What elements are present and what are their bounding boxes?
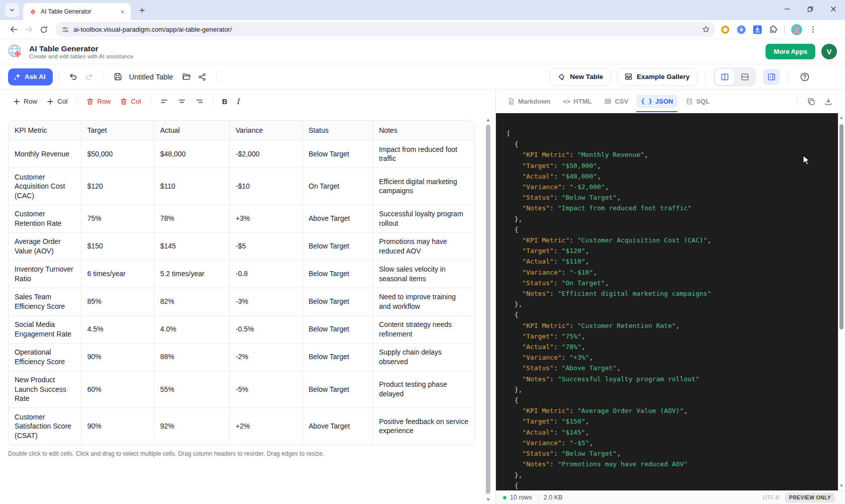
scrollbar-thumb[interactable]: [486, 125, 490, 494]
scroll-down-icon[interactable]: [486, 497, 490, 502]
tab-csv[interactable]: CSV: [600, 95, 633, 108]
column-header[interactable]: Actual: [154, 121, 229, 140]
table-cell[interactable]: 5.2 times/year: [154, 260, 229, 288]
browser-menu-kebab-icon[interactable]: [809, 25, 817, 34]
add-column-button[interactable]: Col: [42, 95, 72, 109]
table-cell[interactable]: 92%: [154, 408, 229, 445]
table-cell[interactable]: 88%: [154, 343, 229, 371]
url-text[interactable]: ai-toolbox.visual-paradigm.com/app/ai-ta…: [73, 26, 698, 33]
tab-markdown[interactable]: Markdown: [503, 95, 555, 108]
table-cell[interactable]: -0.5%: [229, 315, 302, 343]
bold-button[interactable]: B: [218, 95, 232, 109]
table-cell[interactable]: 4.5%: [81, 315, 154, 343]
close-window-button[interactable]: [822, 0, 845, 18]
table-cell[interactable]: Average Order Value (AOV): [9, 232, 81, 260]
table-cell[interactable]: -2%: [229, 343, 302, 371]
table-cell[interactable]: Successful loyalty program rollout: [373, 205, 475, 232]
table-cell[interactable]: 60%: [81, 371, 154, 408]
table-cell[interactable]: +3%: [229, 205, 302, 232]
split-vertical-button[interactable]: [715, 69, 734, 85]
table-cell[interactable]: 75%: [81, 205, 154, 232]
table-cell[interactable]: Monthly Revenue: [9, 140, 81, 168]
table-cell[interactable]: Above Target: [302, 408, 373, 445]
align-center-button[interactable]: [173, 94, 191, 109]
scroll-down-icon[interactable]: [839, 484, 843, 488]
table-cell[interactable]: 90%: [81, 343, 154, 371]
tab-close-button[interactable]: [118, 7, 127, 16]
table-cell[interactable]: Below Target: [302, 371, 373, 408]
table-cell[interactable]: Below Target: [302, 288, 373, 315]
open-folder-button[interactable]: [178, 69, 194, 85]
table-cell[interactable]: Below Target: [302, 343, 373, 371]
column-header[interactable]: Variance: [229, 121, 302, 140]
extension-arrow-icon[interactable]: [736, 25, 746, 35]
redo-button[interactable]: [81, 69, 98, 85]
table-cell[interactable]: +2%: [229, 408, 302, 445]
table-cell[interactable]: -$10: [229, 168, 302, 205]
minimize-button[interactable]: [776, 0, 799, 18]
ask-ai-button[interactable]: Ask AI: [8, 68, 53, 86]
table-cell[interactable]: Promotions may have reduced AOV: [373, 232, 475, 260]
table-cell[interactable]: Efficient digital marketing campaigns: [373, 168, 475, 205]
share-button[interactable]: [194, 69, 210, 85]
table-cell[interactable]: Customer Acquisition Cost (CAC): [9, 168, 81, 205]
table-cell[interactable]: $48,000: [154, 140, 229, 168]
table-cell[interactable]: $145: [154, 232, 229, 260]
table-cell[interactable]: 82%: [154, 288, 229, 315]
align-right-button[interactable]: [191, 94, 208, 109]
table-scrollbar[interactable]: [485, 118, 491, 502]
column-header[interactable]: KPI Metric: [9, 121, 81, 140]
table-cell[interactable]: -$5: [229, 232, 302, 260]
help-button[interactable]: [797, 69, 813, 85]
table-cell[interactable]: $150: [81, 232, 154, 260]
example-gallery-button[interactable]: Example Gallery: [617, 68, 697, 86]
table-cell[interactable]: -5%: [229, 371, 302, 408]
table-cell[interactable]: $110: [154, 168, 229, 205]
table-cell[interactable]: Customer Satisfaction Score (CSAT): [9, 408, 81, 445]
back-button[interactable]: [6, 22, 21, 37]
table-cell[interactable]: Supply chain delays observed: [373, 343, 475, 371]
table-cell[interactable]: -3%: [229, 288, 302, 315]
table-cell[interactable]: Below Target: [302, 260, 373, 288]
table-cell[interactable]: Below Target: [302, 140, 373, 168]
table-cell[interactable]: Slow sales velocity in seasonal items: [373, 260, 475, 288]
download-extension-icon[interactable]: [752, 25, 763, 35]
site-info-icon[interactable]: [61, 26, 69, 34]
table-cell[interactable]: 85%: [81, 288, 154, 315]
code-scrollbar[interactable]: [838, 113, 845, 490]
table-cell[interactable]: 6 times/year: [81, 260, 154, 288]
split-horizontal-button[interactable]: [735, 69, 754, 85]
table-cell[interactable]: Below Target: [302, 232, 373, 260]
table-cell[interactable]: Social Media Engagement Rate: [9, 315, 81, 343]
scrollbar-thumb[interactable]: [839, 124, 843, 329]
table-cell[interactable]: 4.0%: [154, 315, 229, 343]
add-row-button[interactable]: Row: [8, 95, 42, 109]
document-name[interactable]: Untitled Table: [129, 73, 174, 81]
profile-avatar[interactable]: [791, 24, 803, 36]
bookmark-star-icon[interactable]: [702, 25, 710, 34]
delete-column-button[interactable]: Col: [115, 95, 145, 109]
table-cell[interactable]: Customer Retention Rate: [9, 205, 81, 232]
undo-button[interactable]: [65, 69, 81, 85]
delete-row-button[interactable]: Row: [81, 95, 115, 109]
reload-button[interactable]: [36, 22, 51, 37]
table-cell[interactable]: $50,000: [81, 140, 154, 168]
collapse-panel-button[interactable]: [763, 69, 780, 85]
extensions-puzzle-icon[interactable]: [769, 25, 778, 34]
scroll-up-icon[interactable]: [839, 116, 843, 120]
more-apps-button[interactable]: More Apps: [766, 44, 815, 59]
new-table-button[interactable]: New Table: [550, 68, 611, 86]
table-cell[interactable]: Operational Efficiency Score: [9, 343, 81, 371]
table-cell[interactable]: Need to improve training and workflow: [373, 288, 475, 315]
table-cell[interactable]: 90%: [81, 408, 154, 445]
copy-button[interactable]: [807, 97, 816, 106]
save-button[interactable]: [110, 69, 126, 85]
table-cell[interactable]: Below Target: [302, 315, 373, 343]
align-left-button[interactable]: [155, 94, 173, 109]
table-cell[interactable]: $120: [81, 168, 154, 205]
table-cell[interactable]: Impact from reduced foot traffic: [373, 140, 475, 168]
italic-button[interactable]: I: [232, 94, 244, 109]
browser-tab[interactable]: AI Table Generator: [23, 3, 131, 20]
table-cell[interactable]: On Target: [302, 168, 373, 205]
table-cell[interactable]: New Product Launch Success Rate: [9, 371, 81, 408]
